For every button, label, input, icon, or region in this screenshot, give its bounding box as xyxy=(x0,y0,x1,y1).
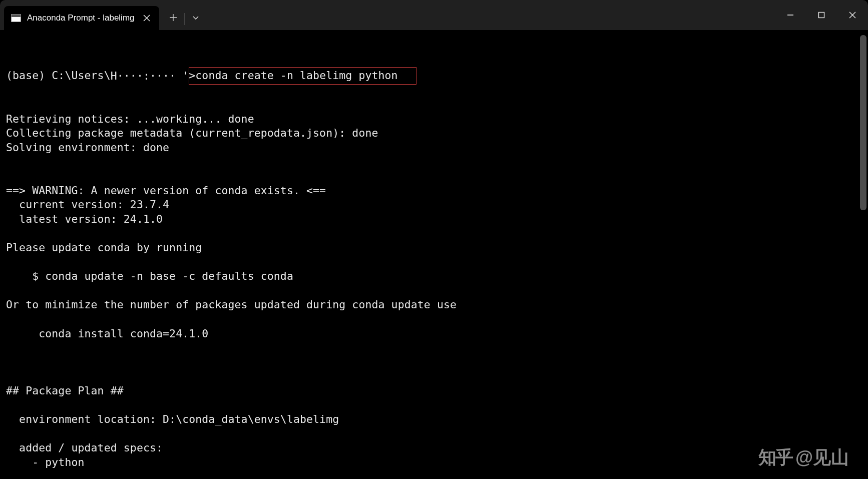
maximize-button[interactable] xyxy=(806,0,837,30)
chevron-down-icon xyxy=(192,14,199,21)
terminal-output[interactable]: (base) C:\Users\H····:···· '>conda creat… xyxy=(0,30,868,479)
watermark-handle: @见山 xyxy=(795,445,849,470)
prompt-greater: > xyxy=(189,69,195,82)
entered-command: conda create -n labelimg python xyxy=(195,69,397,82)
active-tab[interactable]: Anaconda Prompt - labelimg xyxy=(4,6,159,30)
scrollbar-thumb[interactable] xyxy=(860,35,866,210)
close-window-button[interactable] xyxy=(837,0,868,30)
tab-container: Anaconda Prompt - labelimg xyxy=(0,0,159,30)
plus-icon xyxy=(169,14,177,22)
close-icon xyxy=(849,12,856,19)
window-controls xyxy=(775,0,868,30)
new-tab-button[interactable] xyxy=(162,6,184,30)
prompt-line: (base) C:\Users\H····:···· '>conda creat… xyxy=(6,69,867,83)
prompt-env-path: (base) C:\Users\ xyxy=(6,69,111,82)
titlebar-drag-area[interactable] xyxy=(207,0,775,30)
redacted-username: H····:···· ' xyxy=(111,69,189,84)
tab-title: Anaconda Prompt - labelimg xyxy=(27,13,135,23)
tab-dropdown-button[interactable] xyxy=(185,6,207,30)
terminal-app-icon xyxy=(11,14,21,22)
svg-rect-0 xyxy=(819,13,824,18)
close-tab-button[interactable] xyxy=(141,13,152,24)
watermark: 知乎 @见山 xyxy=(758,445,849,470)
maximize-icon xyxy=(818,12,825,19)
watermark-brand: 知乎 xyxy=(758,445,792,470)
terminal-lines: Retrieving notices: ...working... done C… xyxy=(6,112,867,479)
tab-toolbar xyxy=(162,0,207,30)
minimize-button[interactable] xyxy=(775,0,806,30)
close-icon xyxy=(143,15,150,22)
minimize-icon xyxy=(787,12,794,19)
titlebar: Anaconda Prompt - labelimg xyxy=(0,0,868,30)
